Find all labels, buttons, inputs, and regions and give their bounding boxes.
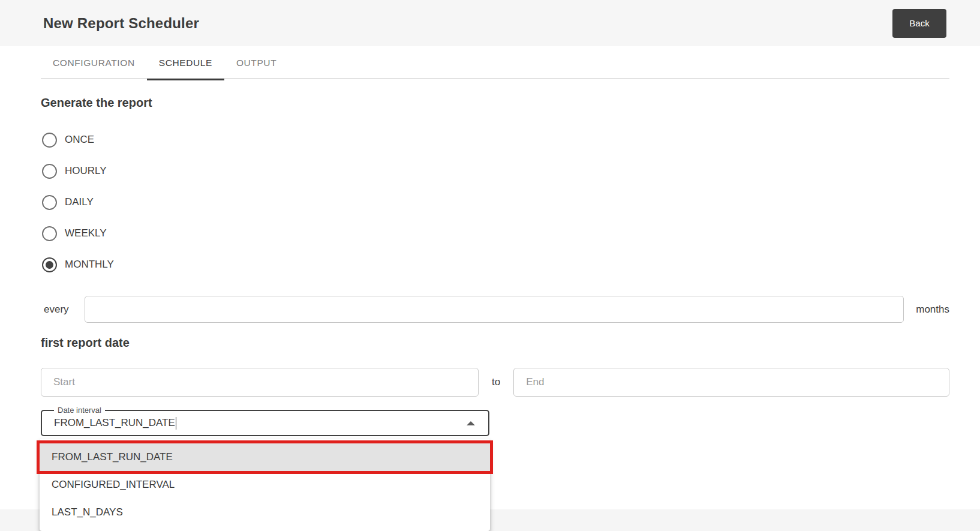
back-button[interactable]: Back: [892, 9, 946, 38]
option-from-last-run-date[interactable]: FROM_LAST_RUN_DATE: [40, 443, 490, 471]
start-date-input[interactable]: [41, 368, 479, 397]
radio-unchecked-icon: [42, 195, 57, 210]
tab-bar: CONFIGURATION SCHEDULE OUTPUT: [41, 46, 949, 79]
months-label: months: [916, 304, 949, 316]
tab-configuration[interactable]: CONFIGURATION: [41, 46, 147, 79]
date-interval-select[interactable]: Date interval FROM_LAST_RUN_DATE: [41, 410, 489, 436]
tab-schedule[interactable]: SCHEDULE: [147, 46, 224, 79]
schedule-form: Generate the report ONCE HOURLY DAILY WE…: [41, 96, 949, 436]
first-report-date-heading: first report date: [41, 336, 949, 350]
frequency-radio-group: ONCE HOURLY DAILY WEEKLY MONTHLY: [41, 124, 949, 280]
radio-hourly[interactable]: HOURLY: [41, 155, 949, 187]
radio-unchecked-icon: [42, 164, 57, 179]
end-date-input[interactable]: [513, 368, 949, 397]
radio-daily[interactable]: DAILY: [41, 187, 949, 218]
date-interval-value: FROM_LAST_RUN_DATE: [54, 417, 175, 429]
radio-monthly[interactable]: MONTHLY: [41, 249, 949, 280]
header: New Report Scheduler Back: [0, 0, 980, 46]
every-label: every: [44, 304, 69, 316]
date-interval-label: Date interval: [54, 406, 105, 415]
option-last-n-days[interactable]: LAST_N_DAYS: [40, 499, 490, 526]
interval-row: every months: [41, 296, 949, 323]
tab-output[interactable]: OUTPUT: [224, 46, 288, 79]
page-title: New Report Scheduler: [43, 15, 199, 32]
radio-daily-label: DAILY: [65, 196, 94, 208]
option-configured-interval[interactable]: CONFIGURED_INTERVAL: [40, 471, 490, 499]
interval-count-input[interactable]: [85, 296, 904, 323]
chevron-up-icon: [467, 421, 475, 425]
radio-weekly-label: WEEKLY: [65, 227, 107, 239]
generate-report-heading: Generate the report: [41, 96, 949, 110]
radio-checked-icon: [42, 257, 57, 272]
radio-unchecked-icon: [42, 226, 57, 241]
radio-hourly-label: HOURLY: [65, 165, 107, 177]
to-label: to: [492, 376, 500, 388]
text-caret: [176, 417, 177, 430]
radio-monthly-label: MONTHLY: [65, 259, 114, 271]
date-interval-dropdown: FROM_LAST_RUN_DATE CONFIGURED_INTERVAL L…: [40, 439, 490, 531]
radio-once[interactable]: ONCE: [41, 124, 949, 155]
date-interval-field: Date interval FROM_LAST_RUN_DATE FROM_LA…: [41, 410, 489, 436]
date-range-row: to: [41, 368, 949, 397]
radio-once-label: ONCE: [65, 134, 94, 146]
radio-weekly[interactable]: WEEKLY: [41, 218, 949, 249]
radio-unchecked-icon: [42, 133, 57, 148]
